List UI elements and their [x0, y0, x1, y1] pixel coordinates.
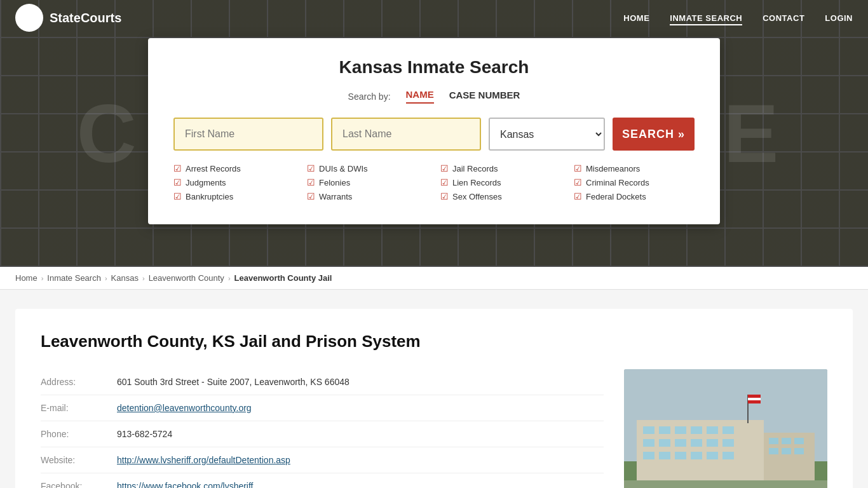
facebook-link[interactable]: https://www.facebook.com/lvsheriff — [117, 481, 254, 488]
email-link[interactable]: detention@leavenworthcounty.org — [117, 403, 252, 413]
check-icon-arrest: ☑ — [173, 163, 182, 173]
svg-rect-18 — [675, 452, 686, 459]
svg-rect-26 — [769, 448, 778, 454]
search-card: Kansas Inmate Search Search by: NAME CAS… — [148, 38, 720, 224]
check-label-lien: Lien Records — [452, 178, 501, 187]
svg-rect-33 — [748, 400, 761, 403]
check-criminal-records: ☑ Criminal Records — [574, 177, 695, 187]
check-duis-dwis: ☑ DUIs & DWIs — [307, 163, 428, 173]
nav-contact[interactable]: CONTACT — [763, 13, 804, 23]
svg-rect-10 — [643, 439, 654, 447]
facility-title: Leavenworth County, KS Jail and Prison S… — [41, 332, 827, 351]
search-by-label: Search by: — [348, 92, 391, 102]
checks-grid: ☑ Arrest Records ☑ DUIs & DWIs ☑ Jail Re… — [173, 163, 695, 201]
svg-rect-24 — [782, 438, 791, 444]
svg-rect-25 — [794, 438, 804, 444]
main-content: Leavenworth County, KS Jail and Prison S… — [0, 290, 868, 488]
content-layout: Address: 601 South 3rd Street - Suite 20… — [41, 369, 827, 488]
breadcrumb-county[interactable]: Leavenworth County — [149, 273, 224, 283]
check-label-sex-offenses: Sex Offenses — [452, 192, 502, 201]
breadcrumb-inmate-search[interactable]: Inmate Search — [47, 273, 101, 283]
breadcrumb-sep-3: › — [142, 274, 145, 282]
breadcrumb-home[interactable]: Home — [15, 273, 37, 283]
svg-rect-11 — [659, 439, 670, 447]
check-icon-federal: ☑ — [574, 191, 582, 201]
search-button[interactable]: SEARCH » — [613, 118, 695, 151]
check-judgments: ☑ Judgments — [173, 177, 294, 187]
site-logo[interactable]: 🏛 StateCourts — [15, 4, 121, 32]
svg-rect-13 — [691, 439, 702, 447]
check-bankruptcies: ☑ Bankruptcies — [173, 191, 294, 201]
svg-rect-15 — [722, 439, 734, 447]
check-label-felonies: Felonies — [319, 178, 350, 187]
email-value: detention@leavenworthcounty.org — [117, 395, 604, 421]
breadcrumb-sep-4: › — [228, 274, 231, 282]
content-card: Leavenworth County, KS Jail and Prison S… — [15, 309, 853, 488]
check-label-warrants: Warrants — [319, 192, 352, 201]
svg-rect-12 — [675, 439, 686, 447]
facebook-label: Facebook: — [41, 473, 117, 489]
nav-login[interactable]: LOGIN — [825, 13, 853, 23]
check-icon-bankruptcies: ☑ — [173, 191, 182, 201]
phone-label: Phone: — [41, 421, 117, 447]
last-name-input[interactable] — [331, 118, 481, 151]
logo-icon: 🏛 — [15, 4, 43, 32]
svg-rect-16 — [643, 452, 654, 459]
hero-section: COURTHOUSE 🏛 StateCourts HOME INMATE SEA… — [0, 0, 868, 267]
check-label-arrest: Arrest Records — [186, 164, 241, 173]
check-icon-misdemeanors: ☑ — [574, 163, 582, 173]
check-icon-jail: ☑ — [440, 163, 449, 173]
check-sex-offenses: ☑ Sex Offenses — [440, 191, 561, 201]
svg-rect-4 — [643, 426, 654, 434]
svg-rect-23 — [769, 438, 778, 444]
address-value: 601 South 3rd Street - Suite 2007, Leave… — [117, 369, 604, 395]
svg-rect-17 — [659, 452, 670, 459]
svg-rect-27 — [782, 448, 791, 454]
first-name-input[interactable] — [173, 118, 323, 151]
check-icon-criminal: ☑ — [574, 177, 582, 187]
website-value: http://www.lvsheriff.org/defaultDetentio… — [117, 447, 604, 473]
breadcrumb-current: Leavenworth County Jail — [234, 273, 332, 283]
svg-rect-6 — [675, 426, 686, 434]
check-label-jail: Jail Records — [452, 164, 498, 173]
content-left: Address: 601 South 3rd Street - Suite 20… — [41, 369, 604, 488]
check-icon-duis: ☑ — [307, 163, 315, 173]
address-label: Address: — [41, 369, 117, 395]
info-table: Address: 601 South 3rd Street - Suite 20… — [41, 369, 604, 488]
svg-rect-19 — [691, 452, 702, 459]
logo-text: StateCourts — [50, 11, 121, 25]
website-link[interactable]: http://www.lvsheriff.org/defaultDetentio… — [117, 455, 290, 465]
facebook-row: Facebook: https://www.facebook.com/lvshe… — [41, 473, 604, 489]
svg-rect-5 — [659, 426, 670, 434]
tab-name[interactable]: NAME — [406, 89, 434, 104]
breadcrumb-sep-2: › — [105, 274, 107, 282]
breadcrumb-kansas[interactable]: Kansas — [111, 273, 139, 283]
state-select[interactable]: Kansas — [489, 118, 605, 151]
search-tabs: Search by: NAME CASE NUMBER — [173, 89, 695, 104]
nav-home[interactable]: HOME — [623, 13, 649, 23]
check-icon-warrants: ☑ — [307, 191, 315, 201]
svg-rect-14 — [707, 439, 718, 447]
nav-links: HOME INMATE SEARCH CONTACT LOGIN — [623, 13, 853, 23]
check-jail-records: ☑ Jail Records — [440, 163, 561, 173]
check-label-duis: DUIs & DWIs — [319, 164, 368, 173]
tab-case-number[interactable]: CASE NUMBER — [449, 90, 520, 103]
check-label-judgments: Judgments — [186, 178, 226, 187]
check-misdemeanors: ☑ Misdemeanors — [574, 163, 695, 173]
address-row: Address: 601 South 3rd Street - Suite 20… — [41, 369, 604, 395]
website-row: Website: http://www.lvsheriff.org/defaul… — [41, 447, 604, 473]
check-icon-sex-offenses: ☑ — [440, 191, 449, 201]
check-label-federal: Federal Dockets — [586, 192, 646, 201]
nav-inmate-search[interactable]: INMATE SEARCH — [670, 13, 742, 25]
content-right — [624, 369, 827, 488]
check-label-bankruptcies: Bankruptcies — [186, 192, 233, 201]
phone-row: Phone: 913-682-5724 — [41, 421, 604, 447]
phone-value: 913-682-5724 — [117, 421, 604, 447]
svg-rect-8 — [707, 426, 718, 434]
check-icon-judgments: ☑ — [173, 177, 182, 187]
facility-image — [624, 369, 827, 488]
search-row: Kansas SEARCH » — [173, 118, 695, 151]
facebook-value: https://www.facebook.com/lvsheriff — [117, 473, 604, 489]
email-label: E-mail: — [41, 395, 117, 421]
check-felonies: ☑ Felonies — [307, 177, 428, 187]
